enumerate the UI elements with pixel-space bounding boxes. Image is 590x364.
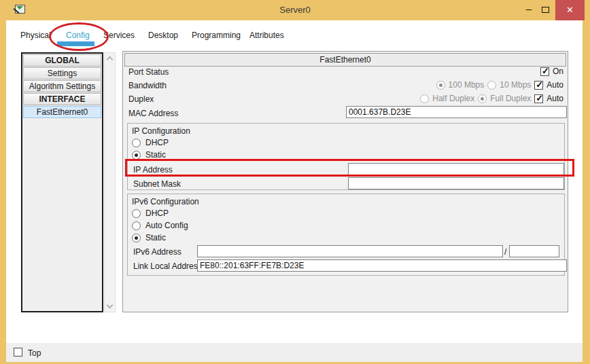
sidebar-scrollbar[interactable]: [104, 52, 116, 312]
panel-title: FastEthernet0: [124, 53, 566, 67]
titlebar: Server0 – ✕: [0, 0, 590, 20]
bandwidth-10mbps-label: 10 Mbps: [500, 80, 531, 90]
port-status-checkbox[interactable]: [540, 67, 549, 76]
window-title: Server0: [0, 0, 590, 20]
ip-configuration-group: IP Configuration DHCP Static IP Address …: [127, 123, 565, 190]
sidebar-header-global: GLOBAL: [23, 54, 101, 67]
bandwidth-label: Bandwidth: [128, 81, 167, 90]
link-local-input[interactable]: [197, 259, 567, 272]
duplex-label: Duplex: [128, 94, 154, 104]
ip-configuration-title: IP Configuration: [132, 126, 190, 136]
ip-address-label: IP Address: [133, 165, 173, 175]
link-local-label: Link Local Address:: [133, 261, 204, 271]
mac-address-label: MAC Address: [128, 109, 178, 118]
bandwidth-auto-checkbox[interactable]: [534, 81, 543, 90]
footer-bar: Top: [6, 343, 583, 362]
ipv6-dhcp-radio[interactable]: [132, 209, 141, 218]
sidebar-item-algorithm-settings[interactable]: Algorithm Settings: [23, 80, 101, 92]
maximize-button[interactable]: [537, 0, 553, 20]
scroll-down-icon[interactable]: [107, 302, 114, 309]
subnet-mask-input[interactable]: [348, 177, 564, 189]
ip-static-radio[interactable]: [132, 151, 141, 160]
bandwidth-100mbps-radio[interactable]: [436, 81, 445, 90]
packet-tracer-device-window: { "window": { "title": "Server0" }, "tit…: [0, 0, 590, 364]
ip-static-label: Static: [145, 150, 166, 160]
ip-address-input[interactable]: [348, 163, 564, 175]
close-button[interactable]: ✕: [555, 0, 585, 20]
ipv6-static-radio[interactable]: [132, 234, 141, 242]
ipv6-prefix-separator: /: [504, 247, 506, 257]
bandwidth-10mbps-radio[interactable]: [487, 81, 496, 90]
minimize-button[interactable]: –: [521, 0, 537, 20]
tab-desktop[interactable]: Desktop: [148, 31, 178, 40]
tab-programming[interactable]: Programming: [192, 31, 241, 40]
ipv6-static-label: Static: [145, 233, 166, 242]
tab-attributes[interactable]: Attributes: [249, 31, 284, 40]
duplex-half-radio[interactable]: [420, 94, 429, 103]
top-checkbox[interactable]: [14, 348, 22, 357]
duplex-full-label: Full Duplex: [490, 94, 531, 103]
subnet-mask-label: Subnet Mask: [133, 179, 181, 189]
ipv6-autoconfig-radio[interactable]: [132, 221, 141, 230]
sidebar-header-interface: INTERFACE: [23, 93, 101, 105]
bandwidth-100mbps-label: 100 Mbps: [449, 80, 485, 90]
ipv6-address-input[interactable]: [197, 245, 503, 257]
ipv6-configuration-title: IPv6 Configuration: [132, 197, 199, 206]
mac-address-input[interactable]: [346, 106, 567, 118]
bandwidth-auto-label: Auto: [546, 80, 563, 90]
ipv6-configuration-group: IPv6 Configuration DHCP Auto Config Stat…: [127, 194, 565, 276]
interface-panel: FastEthernet0 Port Status On Bandwidth 1…: [122, 51, 568, 312]
tab-services[interactable]: Services: [103, 31, 135, 40]
ipv6-autoconfig-label: Auto Config: [145, 221, 188, 230]
ipv6-address-label: IPv6 Address: [133, 247, 181, 257]
duplex-auto-label: Auto: [546, 94, 563, 103]
ipv6-prefix-input[interactable]: [509, 245, 559, 257]
duplex-full-radio[interactable]: [478, 94, 487, 103]
sidebar-item-fastethernet0[interactable]: FastEthernet0: [23, 106, 101, 118]
port-status-on-label: On: [553, 67, 563, 76]
scroll-up-icon[interactable]: [107, 56, 114, 63]
maximize-icon: [542, 7, 549, 13]
tab-config[interactable]: Config: [66, 31, 90, 40]
active-tab-indicator: [57, 41, 94, 46]
sidebar-item-settings[interactable]: Settings: [23, 67, 101, 79]
ip-dhcp-radio[interactable]: [132, 139, 141, 147]
top-checkbox-label: Top: [28, 348, 41, 358]
sidebar-list: GLOBAL Settings Algorithm Settings INTER…: [21, 52, 103, 312]
tab-physical[interactable]: Physical: [20, 31, 51, 40]
port-status-label: Port Status: [128, 67, 169, 77]
duplex-half-label: Half Duplex: [432, 94, 474, 103]
duplex-auto-checkbox[interactable]: [534, 94, 543, 103]
ipv6-dhcp-label: DHCP: [145, 208, 169, 218]
ip-dhcp-label: DHCP: [145, 138, 169, 147]
